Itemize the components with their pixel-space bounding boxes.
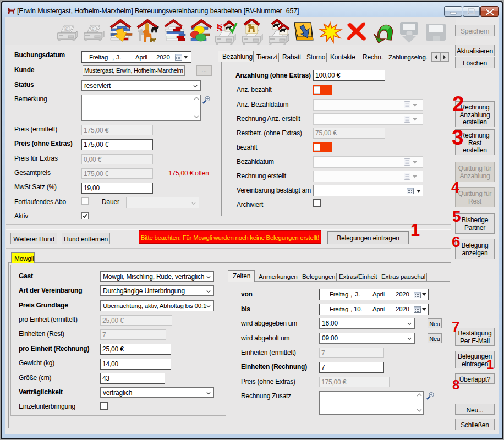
svg-text:§: §: [216, 22, 223, 32]
